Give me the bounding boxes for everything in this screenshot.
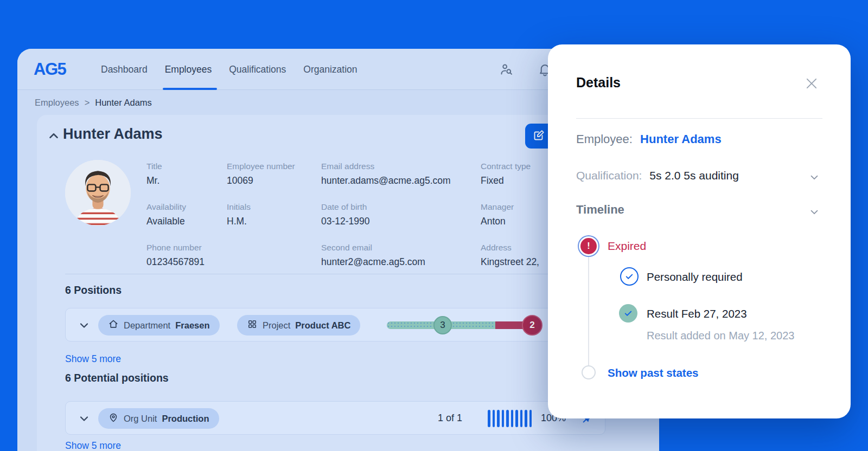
tab-dashboard[interactable]: Dashboard xyxy=(100,49,149,90)
chip-type-label: Org Unit xyxy=(124,414,157,424)
timeline-result-added-label: Result added on May 12, 2023 xyxy=(647,330,794,342)
field-phone: Phone number01234567891 xyxy=(146,243,227,268)
employee-avatar xyxy=(65,160,131,226)
location-pin-icon xyxy=(108,412,119,425)
capacity-bar xyxy=(488,410,490,427)
position-row: Department Fraesen Project Product ABC 3… xyxy=(65,308,605,342)
show-more-potential-link[interactable]: Show 5 more xyxy=(65,440,121,451)
chevron-up-icon[interactable] xyxy=(47,129,62,144)
tab-qualifications[interactable]: Qualifications xyxy=(228,49,287,90)
employee-name-link[interactable]: Hunter Adams xyxy=(640,132,722,146)
chip-type-label: Project xyxy=(263,320,290,331)
capacity-bar xyxy=(497,410,500,427)
org-unit-chip[interactable]: Org Unit Production xyxy=(98,408,219,429)
user-search-icon[interactable] xyxy=(499,62,514,77)
show-more-positions-link[interactable]: Show 5 more xyxy=(65,353,121,365)
capacity-bar xyxy=(506,410,509,427)
employee-label: Employee: xyxy=(576,132,633,146)
expired-count-badge[interactable]: 2 xyxy=(522,315,542,336)
breadcrumb-separator: > xyxy=(85,98,90,108)
timeline-expired-label: Expired xyxy=(608,240,646,253)
qualification-label: Qualification: xyxy=(576,169,642,182)
positions-heading: 6 Positions xyxy=(65,284,122,297)
capacity-bar xyxy=(520,410,523,427)
project-chip[interactable]: Project Product ABC xyxy=(237,315,360,336)
check-circle-icon xyxy=(620,267,639,286)
capacity-bar xyxy=(529,410,532,427)
field-employee-number: Employee number10069 xyxy=(227,162,321,186)
capacity-bar xyxy=(515,410,518,427)
chevron-down-icon[interactable] xyxy=(808,171,820,183)
tab-organization[interactable]: Organization xyxy=(302,49,358,90)
field-title: TitleMr. xyxy=(146,162,227,186)
capacity-bar xyxy=(493,410,495,427)
nav-icon-group xyxy=(499,62,552,77)
qualification-progress-bar[interactable]: 3 2 xyxy=(387,321,538,329)
home-icon xyxy=(108,319,119,332)
potential-positions-heading: 6 Potential positions xyxy=(65,372,169,384)
capacity-bar xyxy=(525,410,527,427)
employee-line: Employee: Hunter Adams xyxy=(576,132,722,146)
capacity-bars-chart xyxy=(488,410,534,427)
details-title: Details xyxy=(576,75,621,91)
employee-fields: TitleMr. Employee number10069 Email addr… xyxy=(146,162,616,268)
show-past-states-link[interactable]: Show past states xyxy=(608,366,698,379)
grid-icon xyxy=(247,319,258,332)
breadcrumb-employees[interactable]: Employees xyxy=(35,98,79,108)
breadcrumb: Employees > Hunter Adams xyxy=(17,91,152,114)
close-icon[interactable] xyxy=(804,76,819,91)
result-check-icon xyxy=(619,304,637,323)
panel-divider xyxy=(576,118,822,119)
nav-tabs: Dashboard Employees Qualifications Organ… xyxy=(100,49,359,90)
timeline-result-label: Result Feb 27, 2023 xyxy=(647,307,747,320)
breadcrumb-current: Hunter Adams xyxy=(95,98,152,108)
ag5-logo: AG5 xyxy=(34,60,66,79)
chevron-down-icon[interactable] xyxy=(808,206,820,218)
ok-count-badge[interactable]: 3 xyxy=(433,316,452,334)
timeline-connector xyxy=(588,246,589,373)
edit-pencil-icon xyxy=(532,129,545,144)
field-spacer xyxy=(227,243,321,268)
chip-value: Product ABC xyxy=(295,320,350,331)
capacity-bar xyxy=(502,410,505,427)
field-date-of-birth: Date of birth03-12-1990 xyxy=(321,202,481,227)
potential-position-row: Org Unit Production 1 of 1 100% xyxy=(65,401,605,435)
field-initials: InitialsH.M. xyxy=(227,202,321,227)
capacity-bar xyxy=(511,410,514,427)
chevron-down-icon[interactable] xyxy=(78,412,91,425)
match-count: 1 of 1 xyxy=(438,413,462,424)
field-email: Email addresshunter.adams@acme.ag5.com xyxy=(321,162,481,186)
tab-employees[interactable]: Employees xyxy=(164,49,213,90)
expired-alert-icon: ! xyxy=(580,238,597,254)
details-panel: Details Employee: Hunter Adams Qualifica… xyxy=(548,44,851,418)
chip-value: Production xyxy=(162,414,209,424)
timeline-heading: Timeline xyxy=(576,203,624,217)
chip-value: Fraesen xyxy=(175,320,209,331)
timeline-personally-required-label: Personally required xyxy=(647,270,743,284)
chevron-down-icon[interactable] xyxy=(78,319,91,332)
page-title: Hunter Adams xyxy=(63,126,163,143)
field-availability: AvailabilityAvailable xyxy=(146,202,227,227)
qualification-value: 5s 2.0 5s auditing xyxy=(649,169,739,182)
chip-type-label: Department xyxy=(124,320,170,331)
page-background: { "colors": { "accent": "#1465e9", "expi… xyxy=(0,0,868,451)
qualification-line: Qualification: 5s 2.0 5s auditing xyxy=(576,169,739,182)
past-states-circle-icon xyxy=(582,365,596,379)
department-chip[interactable]: Department Fraesen xyxy=(98,315,220,336)
field-second-email: Second emailhunter2@acme.ag5.com xyxy=(321,243,481,268)
